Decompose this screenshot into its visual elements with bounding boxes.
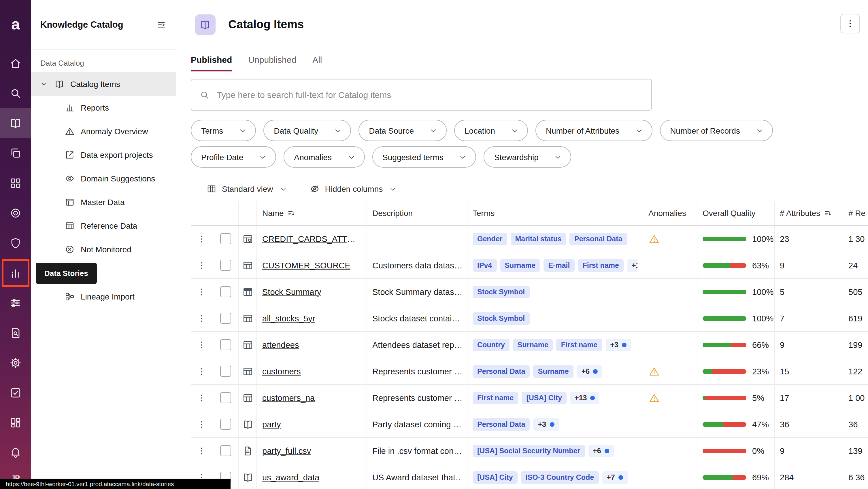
page-menu-button[interactable]	[840, 14, 860, 33]
row-checkbox[interactable]	[220, 233, 231, 244]
column-header-terms[interactable]: Terms	[467, 201, 643, 225]
row-checkbox[interactable]	[220, 339, 231, 350]
more-terms-chip[interactable]: +13	[570, 391, 599, 404]
term-chip[interactable]: IPv4	[473, 259, 497, 271]
sidebar-item-domain-suggestions[interactable]: Domain Suggestions	[31, 166, 176, 190]
view-selector[interactable]: Standard view	[206, 184, 287, 194]
term-chip[interactable]: Country	[473, 338, 509, 351]
catalog-item-link[interactable]: Stock Summary	[262, 287, 321, 296]
row-menu-button[interactable]	[196, 446, 207, 456]
filter-number-of-records[interactable]: Number of Records	[660, 120, 773, 141]
filter-profile-date[interactable]: Profile Date	[191, 146, 276, 168]
row-menu-button[interactable]	[196, 260, 207, 270]
rail-item-catalog-book[interactable]	[0, 108, 31, 138]
sidebar-item-anomaly-overview[interactable]: Anomaly Overview	[31, 119, 176, 143]
term-chip[interactable]: Surname	[500, 259, 540, 271]
row-menu-button[interactable]	[196, 287, 207, 297]
term-chip[interactable]: [USA] City	[522, 391, 566, 404]
rail-item-sliders[interactable]	[0, 288, 31, 318]
app-logo[interactable]: a	[0, 0, 31, 48]
row-checkbox[interactable]	[220, 445, 231, 456]
row-menu-button[interactable]	[196, 419, 207, 429]
search-bar[interactable]	[191, 79, 652, 110]
column-header-description[interactable]: Description	[367, 201, 467, 225]
term-chip[interactable]: Personal Data	[473, 365, 530, 378]
sidebar-item-not-monitored[interactable]: Not Monitored	[31, 237, 176, 261]
column-header-name[interactable]: Name	[257, 201, 367, 225]
catalog-item-link[interactable]: all_stocks_5yr	[262, 314, 315, 323]
tab-unpublished[interactable]: Unpublished	[248, 55, 296, 71]
search-input[interactable]	[216, 89, 643, 100]
catalog-item-link[interactable]: party_full.csv	[262, 446, 311, 455]
filter-location[interactable]: Location	[454, 120, 528, 141]
term-chip[interactable]: Surname	[533, 365, 574, 378]
term-chip[interactable]: ISO-3 Country Code	[521, 471, 599, 484]
row-checkbox[interactable]	[220, 419, 231, 430]
row-checkbox[interactable]	[220, 366, 231, 377]
rail-item-dashboard[interactable]	[0, 408, 31, 438]
term-chip[interactable]: Gender	[473, 232, 507, 245]
row-menu-button[interactable]	[196, 366, 207, 377]
column-header-overall-quality[interactable]: Overall Quality	[698, 201, 775, 225]
filter-terms[interactable]: Terms	[191, 120, 256, 141]
catalog-item-link[interactable]: us_award_data	[262, 472, 319, 482]
row-checkbox[interactable]	[220, 313, 231, 324]
rail-item-notifications[interactable]	[0, 438, 31, 468]
term-chip[interactable]: [USA] Social Security Number	[473, 444, 585, 457]
more-terms-chip[interactable]: +6	[577, 365, 602, 378]
term-chip[interactable]: First name	[556, 338, 602, 351]
filter-number-of-attributes[interactable]: Number of Attributes	[535, 120, 652, 141]
sidebar-item-lineage-import[interactable]: Lineage Import	[31, 285, 176, 308]
hidden-columns-selector[interactable]: Hidden columns	[309, 184, 397, 194]
rail-item-document-search[interactable]	[0, 318, 31, 348]
rail-item-tasks[interactable]	[0, 378, 31, 408]
term-chip[interactable]: First name	[578, 259, 623, 271]
term-chip[interactable]: [USA] City	[473, 471, 518, 484]
term-chip[interactable]: First name	[473, 391, 518, 404]
rail-item-apps[interactable]	[0, 168, 31, 198]
more-terms-chip[interactable]: +3	[606, 338, 631, 351]
filter-data-quality[interactable]: Data Quality	[264, 120, 351, 141]
filter-suggested-terms[interactable]: Suggested terms	[372, 146, 476, 168]
sidebar-item-data-export-projects[interactable]: Data export projects	[31, 143, 176, 166]
catalog-item-link[interactable]: CREDIT_CARDS_ATTRITED	[262, 234, 361, 243]
term-chip[interactable]: E-mail	[544, 259, 575, 271]
column-header--attributes[interactable]: # Attributes	[775, 201, 843, 225]
rail-item-target[interactable]	[0, 198, 31, 228]
sidebar-collapse-button[interactable]	[156, 19, 166, 30]
catalog-item-link[interactable]: attendees	[262, 340, 299, 349]
rail-item-settings[interactable]	[0, 348, 31, 378]
sidebar-item-master-data[interactable]: Master Data	[31, 190, 176, 214]
term-chip[interactable]: Surname	[513, 338, 553, 351]
column-header-anomalies[interactable]: Anomalies	[643, 201, 698, 225]
filter-data-source[interactable]: Data Source	[359, 120, 447, 141]
more-terms-chip[interactable]: +7	[602, 471, 628, 484]
catalog-item-link[interactable]: party	[262, 420, 281, 429]
sidebar-item-reports[interactable]: Reports	[31, 96, 176, 119]
tab-published[interactable]: Published	[191, 55, 232, 71]
term-chip[interactable]: Personal Data	[570, 232, 627, 245]
term-chip[interactable]: Marital status	[510, 232, 566, 245]
row-checkbox[interactable]	[220, 260, 231, 271]
row-menu-button[interactable]	[196, 339, 207, 350]
filter-stewardship[interactable]: Stewardship	[484, 146, 571, 168]
row-menu-button[interactable]	[196, 393, 207, 403]
row-checkbox[interactable]	[220, 392, 231, 403]
term-chip[interactable]: Stock Symbol	[473, 312, 529, 325]
row-checkbox[interactable]	[220, 286, 231, 297]
sidebar-item-catalog-items[interactable]: Catalog Items	[31, 72, 176, 96]
more-terms-chip[interactable]: +1	[627, 259, 638, 271]
sidebar-item-reference-data[interactable]: Reference Data	[31, 214, 176, 237]
column-header--re[interactable]: # Re	[843, 201, 868, 225]
term-chip[interactable]: Personal Data	[473, 418, 530, 430]
rail-item-data-stories[interactable]	[0, 258, 31, 288]
filter-anomalies[interactable]: Anomalies	[284, 146, 365, 168]
term-chip[interactable]: Stock Symbol	[473, 285, 529, 298]
more-terms-chip[interactable]: +3	[533, 418, 559, 430]
row-menu-button[interactable]	[196, 234, 207, 244]
more-terms-chip[interactable]: +6	[588, 444, 614, 457]
catalog-item-link[interactable]: customers_na	[262, 393, 315, 402]
tab-all[interactable]: All	[312, 55, 322, 71]
rail-item-home[interactable]	[0, 48, 31, 78]
rail-item-search[interactable]	[0, 78, 31, 108]
